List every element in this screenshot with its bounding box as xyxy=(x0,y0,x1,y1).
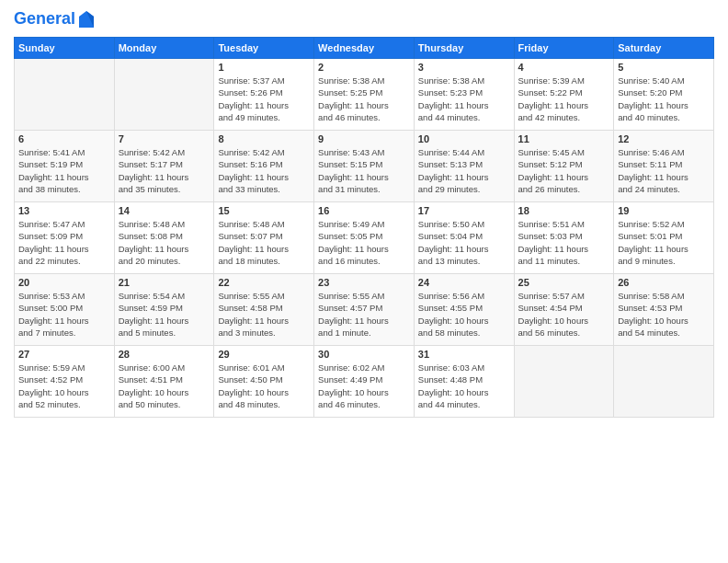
calendar-cell: 18Sunrise: 5:51 AM Sunset: 5:03 PM Dayli… xyxy=(514,202,614,274)
calendar-cell: 10Sunrise: 5:44 AM Sunset: 5:13 PM Dayli… xyxy=(414,131,514,202)
calendar-cell: 4Sunrise: 5:39 AM Sunset: 5:22 PM Daylig… xyxy=(514,59,614,131)
calendar-week-1: 1Sunrise: 5:37 AM Sunset: 5:26 PM Daylig… xyxy=(15,59,714,131)
calendar-week-4: 20Sunrise: 5:53 AM Sunset: 5:00 PM Dayli… xyxy=(15,274,714,346)
day-detail: Sunrise: 5:53 AM Sunset: 5:00 PM Dayligh… xyxy=(18,290,110,339)
day-number: 6 xyxy=(18,133,110,144)
day-number: 22 xyxy=(218,277,310,288)
day-number: 16 xyxy=(318,205,410,216)
day-number: 18 xyxy=(518,205,610,216)
calendar-cell: 19Sunrise: 5:52 AM Sunset: 5:01 PM Dayli… xyxy=(614,202,714,274)
day-detail: Sunrise: 6:01 AM Sunset: 4:50 PM Dayligh… xyxy=(218,362,310,410)
calendar-cell: 2Sunrise: 5:38 AM Sunset: 5:25 PM Daylig… xyxy=(314,59,415,131)
day-detail: Sunrise: 5:59 AM Sunset: 4:52 PM Dayligh… xyxy=(18,362,110,410)
header-sunday: Sunday xyxy=(15,38,115,59)
header-row: Sunday Monday Tuesday Wednesday Thursday… xyxy=(15,38,714,59)
day-number: 27 xyxy=(18,349,110,360)
day-number: 9 xyxy=(318,133,410,144)
calendar-cell xyxy=(514,346,614,418)
calendar-cell: 28Sunrise: 6:00 AM Sunset: 4:51 PM Dayli… xyxy=(114,346,214,418)
day-number: 19 xyxy=(618,205,710,216)
day-detail: Sunrise: 5:51 AM Sunset: 5:03 PM Dayligh… xyxy=(518,218,610,267)
calendar-cell: 31Sunrise: 6:03 AM Sunset: 4:48 PM Dayli… xyxy=(414,346,514,418)
day-number: 10 xyxy=(418,133,510,144)
day-detail: Sunrise: 5:49 AM Sunset: 5:05 PM Dayligh… xyxy=(318,218,410,267)
calendar-cell: 13Sunrise: 5:47 AM Sunset: 5:09 PM Dayli… xyxy=(15,202,115,274)
day-detail: Sunrise: 5:38 AM Sunset: 5:23 PM Dayligh… xyxy=(418,75,510,123)
day-detail: Sunrise: 5:42 AM Sunset: 5:16 PM Dayligh… xyxy=(218,146,310,195)
day-detail: Sunrise: 5:57 AM Sunset: 4:54 PM Dayligh… xyxy=(518,290,610,339)
calendar-cell: 12Sunrise: 5:46 AM Sunset: 5:11 PM Dayli… xyxy=(614,131,714,202)
day-detail: Sunrise: 5:44 AM Sunset: 5:13 PM Dayligh… xyxy=(418,146,510,195)
calendar-table: Sunday Monday Tuesday Wednesday Thursday… xyxy=(14,37,714,418)
calendar-cell: 9Sunrise: 5:43 AM Sunset: 5:15 PM Daylig… xyxy=(314,131,415,202)
calendar-cell: 15Sunrise: 5:48 AM Sunset: 5:07 PM Dayli… xyxy=(214,202,314,274)
header-tuesday: Tuesday xyxy=(214,38,314,59)
page-container: General Sunday Monday Tuesday Wednes xyxy=(0,0,728,427)
day-number: 25 xyxy=(518,277,610,288)
day-number: 4 xyxy=(518,62,610,73)
day-detail: Sunrise: 5:55 AM Sunset: 4:58 PM Dayligh… xyxy=(218,290,310,339)
day-detail: Sunrise: 5:41 AM Sunset: 5:19 PM Dayligh… xyxy=(18,146,110,195)
calendar-cell xyxy=(114,59,214,131)
calendar-week-2: 6Sunrise: 5:41 AM Sunset: 5:19 PM Daylig… xyxy=(15,131,714,202)
calendar-cell: 16Sunrise: 5:49 AM Sunset: 5:05 PM Dayli… xyxy=(314,202,415,274)
calendar-cell: 11Sunrise: 5:45 AM Sunset: 5:12 PM Dayli… xyxy=(514,131,614,202)
day-number: 29 xyxy=(218,349,310,360)
day-number: 5 xyxy=(618,62,710,73)
calendar-cell: 27Sunrise: 5:59 AM Sunset: 4:52 PM Dayli… xyxy=(15,346,115,418)
header-wednesday: Wednesday xyxy=(314,38,415,59)
day-number: 21 xyxy=(119,277,210,288)
day-number: 7 xyxy=(119,133,210,144)
day-number: 11 xyxy=(518,133,610,144)
day-detail: Sunrise: 5:46 AM Sunset: 5:11 PM Dayligh… xyxy=(618,146,710,195)
day-number: 14 xyxy=(119,205,210,216)
day-number: 13 xyxy=(18,205,110,216)
header-friday: Friday xyxy=(514,38,614,59)
day-detail: Sunrise: 5:58 AM Sunset: 4:53 PM Dayligh… xyxy=(618,290,710,339)
logo: General xyxy=(14,9,96,29)
calendar-cell: 26Sunrise: 5:58 AM Sunset: 4:53 PM Dayli… xyxy=(614,274,714,346)
logo-text: General xyxy=(14,10,75,29)
day-number: 23 xyxy=(318,277,410,288)
day-detail: Sunrise: 5:48 AM Sunset: 5:08 PM Dayligh… xyxy=(119,218,210,267)
day-number: 8 xyxy=(218,133,310,144)
calendar-cell: 21Sunrise: 5:54 AM Sunset: 4:59 PM Dayli… xyxy=(114,274,214,346)
header-saturday: Saturday xyxy=(614,38,714,59)
header-monday: Monday xyxy=(114,38,214,59)
day-number: 3 xyxy=(418,62,510,73)
day-number: 12 xyxy=(618,133,710,144)
calendar-cell: 30Sunrise: 6:02 AM Sunset: 4:49 PM Dayli… xyxy=(314,346,415,418)
day-detail: Sunrise: 5:43 AM Sunset: 5:15 PM Dayligh… xyxy=(318,146,410,195)
calendar-cell: 5Sunrise: 5:40 AM Sunset: 5:20 PM Daylig… xyxy=(614,59,714,131)
calendar-cell: 7Sunrise: 5:42 AM Sunset: 5:17 PM Daylig… xyxy=(114,131,214,202)
day-number: 26 xyxy=(618,277,710,288)
day-number: 30 xyxy=(318,349,410,360)
day-number: 28 xyxy=(119,349,210,360)
logo-icon xyxy=(77,9,96,29)
day-detail: Sunrise: 5:55 AM Sunset: 4:57 PM Dayligh… xyxy=(318,290,410,339)
day-number: 31 xyxy=(418,349,510,360)
calendar-cell: 25Sunrise: 5:57 AM Sunset: 4:54 PM Dayli… xyxy=(514,274,614,346)
calendar-week-3: 13Sunrise: 5:47 AM Sunset: 5:09 PM Dayli… xyxy=(15,202,714,274)
calendar-cell: 20Sunrise: 5:53 AM Sunset: 5:00 PM Dayli… xyxy=(15,274,115,346)
day-detail: Sunrise: 5:54 AM Sunset: 4:59 PM Dayligh… xyxy=(119,290,210,339)
day-number: 15 xyxy=(218,205,310,216)
calendar-cell: 8Sunrise: 5:42 AM Sunset: 5:16 PM Daylig… xyxy=(214,131,314,202)
day-detail: Sunrise: 5:45 AM Sunset: 5:12 PM Dayligh… xyxy=(518,146,610,195)
day-detail: Sunrise: 5:39 AM Sunset: 5:22 PM Dayligh… xyxy=(518,75,610,123)
calendar-cell: 6Sunrise: 5:41 AM Sunset: 5:19 PM Daylig… xyxy=(15,131,115,202)
calendar-cell: 24Sunrise: 5:56 AM Sunset: 4:55 PM Dayli… xyxy=(414,274,514,346)
day-detail: Sunrise: 5:38 AM Sunset: 5:25 PM Dayligh… xyxy=(318,75,410,123)
calendar-cell: 17Sunrise: 5:50 AM Sunset: 5:04 PM Dayli… xyxy=(414,202,514,274)
calendar-cell: 14Sunrise: 5:48 AM Sunset: 5:08 PM Dayli… xyxy=(114,202,214,274)
day-number: 2 xyxy=(318,62,410,73)
day-detail: Sunrise: 5:52 AM Sunset: 5:01 PM Dayligh… xyxy=(618,218,710,267)
day-detail: Sunrise: 5:37 AM Sunset: 5:26 PM Dayligh… xyxy=(218,75,310,123)
day-detail: Sunrise: 5:42 AM Sunset: 5:17 PM Dayligh… xyxy=(119,146,210,195)
calendar-cell: 29Sunrise: 6:01 AM Sunset: 4:50 PM Dayli… xyxy=(214,346,314,418)
day-number: 20 xyxy=(18,277,110,288)
calendar-cell: 3Sunrise: 5:38 AM Sunset: 5:23 PM Daylig… xyxy=(414,59,514,131)
day-detail: Sunrise: 5:48 AM Sunset: 5:07 PM Dayligh… xyxy=(218,218,310,267)
calendar-week-5: 27Sunrise: 5:59 AM Sunset: 4:52 PM Dayli… xyxy=(15,346,714,418)
header: General xyxy=(14,9,714,29)
